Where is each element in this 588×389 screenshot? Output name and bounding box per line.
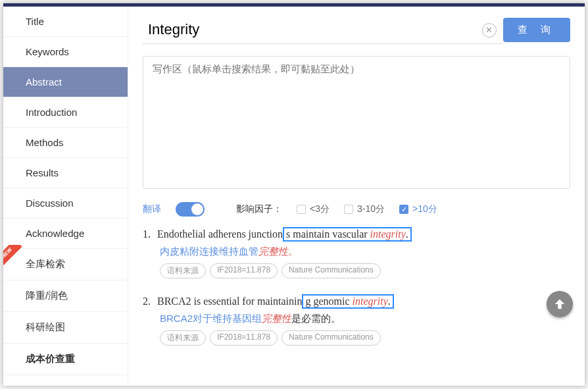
result-tags: 语料来源 IF2018=11.878 Nature Communications xyxy=(160,330,570,346)
filter-row: 翻译 影响因子： <3分 3-10分 >10分 xyxy=(143,202,570,217)
result-chinese: BRCA2对于维持基因组完整性是必需的。 xyxy=(160,313,570,325)
query-button[interactable]: 查 询 xyxy=(503,18,570,42)
writing-textarea[interactable] xyxy=(143,56,570,189)
search-input[interactable] xyxy=(143,16,504,44)
sidebar-item-title[interactable]: Title xyxy=(3,7,128,37)
result-chinese: 内皮粘附连接维持血管完整性。 xyxy=(160,246,570,258)
tag-if[interactable]: IF2018=11.878 xyxy=(210,263,278,278)
sidebar-item-fulldb[interactable]: NEW 全库检索 xyxy=(3,249,128,280)
checkbox-3to10[interactable] xyxy=(344,205,353,214)
tag-journal[interactable]: Nature Communications xyxy=(282,263,381,278)
clear-icon[interactable]: ✕ xyxy=(482,23,497,38)
tag-source[interactable]: 语料来源 xyxy=(160,330,206,346)
results-list: 1. Endothelial adherens junctions mainta… xyxy=(143,227,570,346)
sidebar-item-plagcheck[interactable]: 成本价查重 xyxy=(3,344,128,375)
result-number: 1. xyxy=(143,228,151,240)
new-badge: NEW xyxy=(3,245,23,269)
sidebar-item-label: 全库检索 xyxy=(26,258,65,269)
translate-label: 翻译 xyxy=(143,203,161,215)
sidebar: Title Keywords Abstract Introduction Met… xyxy=(3,7,128,386)
arrow-up-icon xyxy=(552,297,567,311)
sidebar-item-keywords[interactable]: Keywords xyxy=(3,37,128,67)
checkbox-lt3-label: <3分 xyxy=(310,203,330,215)
tag-if[interactable]: IF2018=11.878 xyxy=(210,330,278,346)
sidebar-item-dedup[interactable]: 降重/润色 xyxy=(3,280,128,312)
main-panel: ✕ 查 询 翻译 影响因子： <3分 3-10分 >10分 xyxy=(128,7,585,386)
tag-source[interactable]: 语料来源 xyxy=(160,263,206,278)
scroll-to-top-button[interactable] xyxy=(547,291,573,317)
checkbox-gt10[interactable] xyxy=(399,205,408,214)
tag-journal[interactable]: Nature Communications xyxy=(282,330,381,346)
search-row: ✕ 查 询 xyxy=(143,16,570,44)
sidebar-item-methods[interactable]: Methods xyxy=(3,128,128,158)
sidebar-item-abstract[interactable]: Abstract xyxy=(3,67,128,97)
result-number: 2. xyxy=(143,296,151,307)
result-item[interactable]: 1. Endothelial adherens junctions mainta… xyxy=(143,227,570,278)
sidebar-item-introduction[interactable]: Introduction xyxy=(3,97,128,128)
result-item[interactable]: 2. BRCA2 is essential for maintaining ge… xyxy=(143,294,570,346)
translate-toggle[interactable] xyxy=(176,202,205,217)
result-english: Endothelial adherens junctions maintain … xyxy=(157,227,412,242)
sidebar-item-discussion[interactable]: Discussion xyxy=(3,188,128,219)
sidebar-item-sciplot[interactable]: 科研绘图 xyxy=(3,312,128,344)
checkbox-gt10-label: >10分 xyxy=(412,203,437,215)
checkbox-3to10-label: 3-10分 xyxy=(357,203,385,215)
result-english: BRCA2 is essential for maintaining genom… xyxy=(157,294,394,309)
sidebar-item-results[interactable]: Results xyxy=(3,158,128,188)
checkbox-lt3[interactable] xyxy=(297,205,306,214)
result-tags: 语料来源 IF2018=11.878 Nature Communications xyxy=(160,263,570,278)
impact-factor-label: 影响因子： xyxy=(236,203,282,215)
